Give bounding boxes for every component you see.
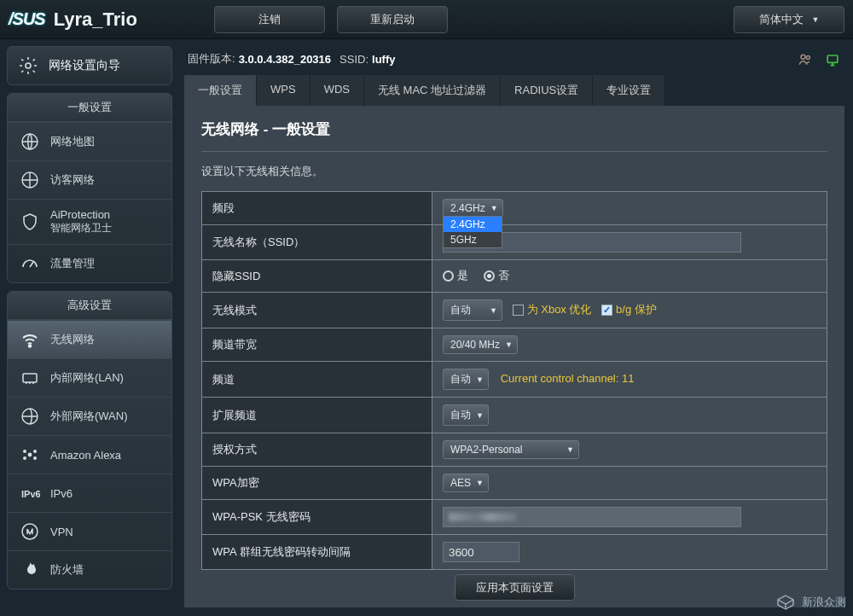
sidebar-item-label: 访客网络	[50, 172, 95, 188]
band-label: 频段	[202, 192, 432, 225]
watermark-text: 新浪众测	[802, 595, 846, 610]
language-selector[interactable]: 简体中文 ▼	[734, 6, 844, 33]
ext-channel-select[interactable]: 自动	[443, 404, 489, 426]
svg-point-0	[26, 63, 31, 68]
header-buttons: 注销 重新启动	[214, 6, 448, 33]
svg-rect-15	[827, 55, 838, 62]
sidebar-item-vpn[interactable]: VPN	[8, 512, 171, 550]
ext-channel-label: 扩展频道	[202, 398, 432, 433]
form-table: 频段 2.4GHz 2.4GHz 5GHz 无线名称（SSID） 隐藏SSID	[201, 191, 827, 570]
bg-protect-checkbox[interactable]: b/g 保护	[601, 303, 657, 316]
tab-wds[interactable]: WDS	[310, 75, 364, 106]
globe-icon	[18, 406, 42, 427]
sidebar-item-network-map[interactable]: 网络地图	[8, 122, 171, 160]
svg-point-6	[23, 450, 26, 453]
model-name: Lyra_Trio	[54, 9, 137, 31]
sidebar-general-group: 一般设置 网络地图 访客网络 AiProtection 智能网络卫	[7, 93, 172, 283]
reboot-button[interactable]: 重新启动	[337, 6, 448, 33]
sidebar-general-title: 一般设置	[8, 94, 171, 122]
channel-select[interactable]: 自动	[443, 369, 489, 390]
svg-point-7	[33, 450, 37, 453]
radio-icon	[443, 270, 454, 282]
logo-block: /SUS Lyra_Trio	[9, 9, 137, 31]
sidebar-item-firewall[interactable]: 防火墙	[8, 550, 171, 589]
sidebar-item-wan[interactable]: 外部网络(WAN)	[8, 397, 171, 435]
ethernet-icon	[18, 368, 42, 388]
fw-value: 3.0.0.4.382_20316	[239, 53, 331, 66]
sidebar-item-label: AiProtection 智能网络卫士	[50, 208, 112, 235]
sidebar-item-label: Amazon Alexa	[50, 449, 121, 462]
svg-rect-4	[23, 374, 37, 382]
wpa-psk-input[interactable]	[443, 507, 741, 527]
wpa-rekey-input[interactable]	[443, 542, 519, 562]
sidebar-item-alexa[interactable]: Amazon Alexa	[8, 435, 171, 474]
hide-ssid-yes[interactable]: 是	[443, 268, 468, 283]
band-select[interactable]: 2.4GHz	[443, 199, 503, 218]
sidebar-item-wireless[interactable]: 无线网络	[8, 320, 171, 358]
xbox-checkbox[interactable]: 为 Xbox 优化	[513, 303, 592, 316]
ipv6-icon: IPv6	[18, 483, 42, 503]
hide-ssid-no[interactable]: 否	[484, 268, 509, 283]
asus-logo: /SUS	[9, 9, 45, 29]
tab-radius[interactable]: RADIUS设置	[501, 75, 593, 106]
svg-point-8	[23, 456, 26, 460]
tab-professional[interactable]: 专业设置	[593, 75, 665, 106]
logout-button[interactable]: 注销	[214, 6, 325, 33]
sidebar-wizard[interactable]: 网络设置向导	[8, 47, 171, 84]
globe-icon	[18, 131, 42, 152]
panel-description: 设置以下无线相关信息。	[201, 152, 827, 191]
svg-point-9	[33, 456, 37, 460]
wpa-enc-select[interactable]: AES	[443, 474, 489, 492]
cube-icon	[775, 594, 797, 611]
network-status-icon[interactable]	[824, 51, 841, 67]
gear-icon	[16, 55, 40, 76]
header-bar: /SUS Lyra_Trio 注销 重新启动 简体中文 ▼	[0, 0, 853, 39]
gauge-icon	[18, 253, 42, 274]
chevron-down-icon: ▼	[812, 15, 820, 24]
checkbox-icon	[513, 305, 524, 316]
sidebar-item-guest-network[interactable]: 访客网络	[8, 160, 171, 199]
sidebar-item-label: IPv6	[50, 487, 73, 500]
ssid-value: luffy	[372, 53, 395, 66]
tab-wps[interactable]: WPS	[257, 75, 310, 106]
users-icon[interactable]	[797, 51, 814, 67]
tab-mac-filter[interactable]: 无线 MAC 地址过滤器	[364, 75, 501, 106]
watermark: 新浪众测	[775, 594, 846, 611]
band-dropdown: 2.4GHz 5GHz	[443, 216, 502, 248]
band-option-5ghz[interactable]: 5GHz	[444, 232, 502, 247]
mode-label: 无线模式	[202, 293, 432, 328]
sidebar-item-lan[interactable]: 内部网络(LAN)	[8, 358, 171, 397]
svg-point-3	[29, 345, 32, 347]
sidebar-item-aiprotection[interactable]: AiProtection 智能网络卫士	[8, 199, 171, 244]
apply-row: 应用本页面设置	[201, 570, 827, 599]
band-option-24ghz[interactable]: 2.4GHz	[444, 217, 502, 232]
svg-point-13	[801, 55, 805, 59]
info-icons	[797, 51, 841, 67]
shield-icon	[18, 212, 42, 232]
info-bar: 固件版本: 3.0.0.4.382_20316 SSID: luffy	[184, 46, 844, 75]
sidebar-item-label: 无线网络	[50, 332, 95, 347]
svg-point-12	[22, 524, 38, 539]
sidebar-item-label: 内部网络(LAN)	[50, 370, 124, 386]
sidebar-item-label: 防火墙	[50, 562, 84, 578]
apply-button[interactable]: 应用本页面设置	[455, 574, 575, 601]
wifi-icon	[18, 329, 42, 350]
checkbox-icon	[601, 305, 612, 316]
channel-hint: Current control channel: 11	[501, 372, 635, 385]
sidebar-item-ipv6[interactable]: IPv6 IPv6	[8, 474, 171, 512]
sidebar-item-traffic[interactable]: 流量管理	[8, 244, 171, 282]
auth-label: 授权方式	[202, 433, 432, 467]
sidebar: 网络设置向导 一般设置 网络地图 访客网络	[0, 39, 179, 611]
bandwidth-select[interactable]: 20/40 MHz	[443, 335, 518, 354]
sidebar-item-label: VPN	[50, 526, 73, 538]
channel-label: 频道	[202, 362, 432, 398]
main-content: 固件版本: 3.0.0.4.382_20316 SSID: luffy 一般设置…	[179, 39, 853, 611]
sidebar-advanced-title: 高级设置	[8, 292, 171, 320]
ssid-label: 无线名称（SSID）	[202, 225, 432, 260]
vpn-icon	[18, 521, 42, 542]
svg-point-10	[28, 453, 32, 457]
mode-select[interactable]: 自动	[443, 299, 502, 321]
auth-select[interactable]: WPA2-Personal	[443, 440, 579, 459]
tab-general[interactable]: 一般设置	[184, 75, 257, 106]
globe-icon	[18, 170, 42, 190]
